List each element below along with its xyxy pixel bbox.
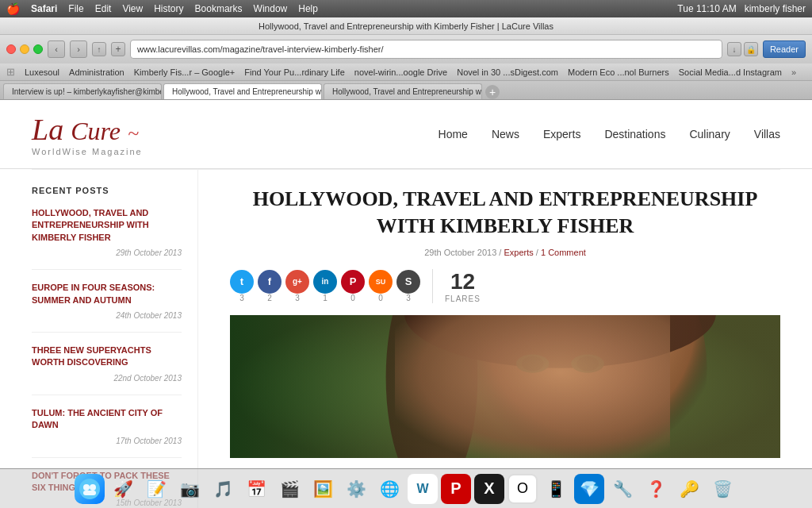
- dock-network[interactable]: 🔧: [607, 474, 638, 504]
- bookmarks-more[interactable]: »: [791, 67, 796, 77]
- linkedin-icon[interactable]: in: [313, 270, 337, 294]
- sidebar-post-title-3[interactable]: TULUM: THE ANCIENT CITY OF DAWN: [32, 407, 182, 432]
- nav-news[interactable]: News: [492, 128, 519, 140]
- bookmark-luxesoul[interactable]: Luxesoul: [25, 67, 59, 77]
- bookmark-novel-30[interactable]: Novel in 30 ...sDigest.com: [457, 67, 558, 77]
- nav-villas[interactable]: Villas: [754, 128, 780, 140]
- social-googleplus[interactable]: g+ 3: [285, 270, 309, 302]
- sidebar-post-title-1[interactable]: EUROPE IN FOUR SEASONS: SUMMER AND AUTUM…: [32, 282, 182, 306]
- minimize-button[interactable]: [20, 44, 29, 54]
- dock-ios-sim[interactable]: 📱: [541, 474, 571, 504]
- tab-email-label: Interview is up! – kimberlykayfisher@kim…: [12, 87, 162, 96]
- twitter-icon[interactable]: t: [230, 270, 254, 294]
- bookmark-modern-eco[interactable]: Modern Eco ...nol Burners: [568, 67, 669, 77]
- googleplus-icon[interactable]: g+: [285, 270, 309, 294]
- site-logo[interactable]: La Cure ~ WorldWise Magazine: [32, 112, 143, 156]
- nav-culinary[interactable]: Culinary: [689, 128, 730, 140]
- back-button[interactable]: ‹: [48, 40, 65, 58]
- social-linkedin[interactable]: in 1: [313, 270, 337, 302]
- article-category[interactable]: Experts: [504, 248, 533, 257]
- dock-wordpress[interactable]: W: [408, 474, 438, 504]
- bookmark-google-plus[interactable]: Kimberly Fis...r – Google+: [134, 67, 235, 77]
- social-spotify[interactable]: S 3: [396, 270, 420, 302]
- mac-user: kimberly fisher: [745, 3, 806, 14]
- browser-toolbar: ‹ › ↑ + www.lacurevillas.com/magazine/tr…: [0, 35, 812, 64]
- tab-email[interactable]: Interview is up! – kimberlykayfisher@kim…: [3, 83, 162, 99]
- social-pinterest[interactable]: P 0: [341, 270, 365, 302]
- download-button[interactable]: ↓: [727, 42, 741, 56]
- dock-app-x[interactable]: X: [474, 474, 504, 504]
- edit-menu[interactable]: Edit: [95, 3, 112, 14]
- social-stumbleupon[interactable]: SU 0: [369, 270, 393, 302]
- safari-menu[interactable]: Safari: [31, 3, 57, 14]
- sidebar-post-title-2[interactable]: THREE NEW SUPERYACHTS WORTH DISCOVERING: [32, 344, 182, 369]
- nav-experts[interactable]: Experts: [543, 128, 580, 140]
- sidebar-post-1: EUROPE IN FOUR SEASONS: SUMMER AND AUTUM…: [32, 282, 182, 333]
- sidebar-post-title-0[interactable]: HOLLYWOOD, TRAVEL AND ENTREPRENEURSHIP W…: [32, 207, 182, 244]
- share-button[interactable]: ↑: [92, 42, 106, 56]
- dock-trash[interactable]: 🗑️: [707, 474, 737, 504]
- url-bar[interactable]: www.lacurevillas.com/magazine/travel-int…: [130, 40, 722, 59]
- linkedin-count: 1: [323, 294, 327, 302]
- social-twitter[interactable]: t 3: [230, 270, 254, 302]
- bookmark-extraordinary-life[interactable]: Find Your Pu...rdinary Life: [244, 67, 345, 77]
- dock-help[interactable]: ❓: [641, 474, 671, 504]
- history-menu[interactable]: History: [154, 3, 183, 14]
- dock-calendar[interactable]: 📅: [241, 474, 271, 504]
- dock-camera[interactable]: 📷: [174, 474, 205, 504]
- window-controls[interactable]: [6, 44, 43, 54]
- bookmarks-menu[interactable]: Bookmarks: [195, 3, 243, 14]
- article-image-face: [230, 315, 780, 458]
- facebook-icon[interactable]: f: [258, 270, 282, 294]
- article-image: [230, 315, 780, 458]
- view-menu[interactable]: View: [122, 3, 143, 14]
- article-comments[interactable]: 1 Comment: [541, 248, 586, 257]
- stumbleupon-icon[interactable]: SU: [369, 270, 393, 294]
- bookmark-social-media[interactable]: Social Media...d Instagram: [679, 67, 782, 77]
- main-layout: Recent Posts HOLLYWOOD, TRAVEL AND ENTRE…: [0, 170, 812, 508]
- help-menu[interactable]: Help: [298, 3, 318, 14]
- dock-finder[interactable]: [75, 474, 105, 504]
- logo-sub: WorldWise Magazine: [32, 147, 143, 156]
- dock-launchpad[interactable]: 🚀: [108, 474, 138, 504]
- stumbleupon-count: 0: [378, 294, 383, 302]
- apple-menu[interactable]: 🍎: [6, 2, 20, 15]
- dock-keychain[interactable]: 🔑: [674, 474, 704, 504]
- nav-destinations[interactable]: Destinations: [604, 128, 665, 140]
- dock: 🚀 📝 📷 🎵 📅 🎬 🖼️ ⚙️ 🌐 W P X O 📱 💎 🔧 ❓ 🔑 🗑️: [0, 468, 812, 508]
- close-button[interactable]: [6, 44, 16, 54]
- reader-button[interactable]: Reader: [763, 40, 806, 58]
- dock-notes[interactable]: 📝: [141, 474, 171, 504]
- dock-itunes[interactable]: 🎵: [208, 474, 238, 504]
- nav-home[interactable]: Home: [439, 128, 468, 140]
- social-facebook[interactable]: f 2: [258, 270, 282, 302]
- sidebar-post-date-2: 22nd October 2013: [32, 374, 182, 383]
- spotify-icon[interactable]: S: [396, 270, 420, 294]
- maximize-button[interactable]: [33, 44, 43, 54]
- dock-app-p[interactable]: P: [441, 474, 471, 504]
- sidebar-post-3: TULUM: THE ANCIENT CITY OF DAWN 17th Oct…: [32, 407, 182, 458]
- dock-app-o[interactable]: O: [508, 474, 538, 504]
- dock-imovie[interactable]: 🎬: [274, 474, 304, 504]
- sidebar-post-date-3: 17th October 2013: [32, 437, 182, 445]
- mac-status-bar: Tue 11:10 AM kimberly fisher: [677, 3, 806, 14]
- mac-time: Tue 11:10 AM: [677, 3, 736, 14]
- forward-button[interactable]: ›: [70, 40, 87, 58]
- dock-settings[interactable]: ⚙️: [341, 474, 371, 504]
- pinterest-icon[interactable]: P: [341, 270, 365, 294]
- tab-article-2[interactable]: Hollywood, Travel and Entrepreneurship w…: [324, 83, 482, 99]
- bookmark-google-drive[interactable]: novel-wirin...oogle Drive: [354, 67, 447, 77]
- bookmark-administration[interactable]: Administration: [69, 67, 124, 77]
- tab-article-1[interactable]: Hollywood, Travel and Entrepreneurship w…: [163, 83, 322, 99]
- dock-chrome[interactable]: 🌐: [374, 474, 404, 504]
- file-menu[interactable]: File: [68, 3, 83, 14]
- window-menu[interactable]: Window: [254, 3, 288, 14]
- add-bookmark-button[interactable]: +: [111, 42, 125, 56]
- svg-point-10: [90, 484, 96, 491]
- dock-app-blue[interactable]: 💎: [574, 474, 604, 504]
- sidebar-post-date-1: 24th October 2013: [32, 311, 182, 320]
- flares-number: 12: [450, 269, 475, 294]
- flares-box: 12 FLARES: [432, 269, 481, 303]
- new-tab-button[interactable]: +: [485, 85, 500, 99]
- dock-iphoto[interactable]: 🖼️: [308, 474, 338, 504]
